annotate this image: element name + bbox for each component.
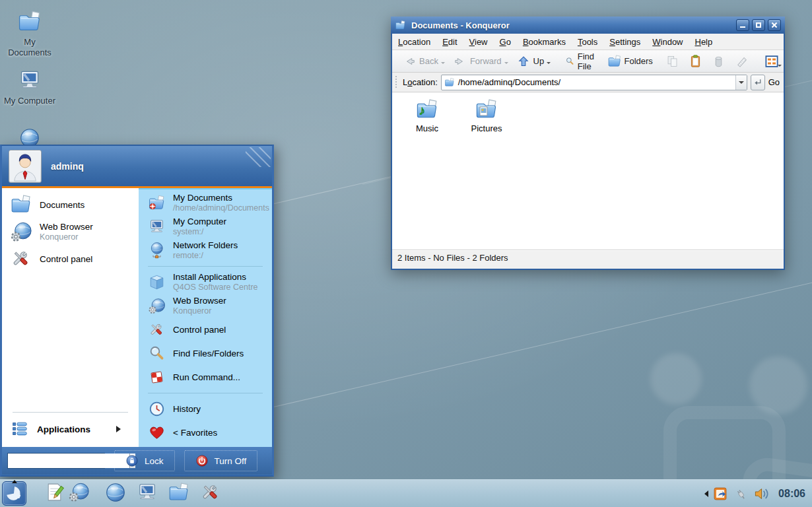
main-toolbar: Back Forward Up Find File Folders — [392, 50, 784, 73]
launcher-browser-settings[interactable] — [68, 481, 90, 506]
menubar: Location Edit View Go Bookmarks Tools Se… — [392, 34, 784, 50]
back-button[interactable]: Back — [399, 52, 448, 71]
menu-item-control-panel-right[interactable]: Control panel — [139, 318, 272, 341]
tray-expander-icon[interactable] — [701, 490, 708, 497]
menu-edit[interactable]: Edit — [436, 34, 463, 50]
search-combobox[interactable] — [7, 453, 105, 469]
menu-location[interactable]: Location — [392, 34, 436, 50]
status-text: 2 Items - No Files - 2 Folders — [397, 253, 508, 263]
globe-gear-icon — [68, 481, 90, 503]
lock-button[interactable]: Lock — [114, 450, 175, 471]
power-icon — [195, 454, 209, 467]
find-file-button[interactable]: Find File — [562, 50, 602, 73]
menu-item-web-browser[interactable]: Web Browser Konqueror — [2, 217, 139, 246]
go-label[interactable]: Go — [768, 77, 780, 87]
menu-item-install-applications[interactable]: Install Applications Q4OS Software Centr… — [139, 270, 272, 294]
file-item-pictures[interactable]: Pictures — [457, 98, 516, 133]
menu-go[interactable]: Go — [494, 34, 517, 50]
statusbar: 2 Items - No Files - 2 Folders — [392, 250, 784, 265]
launcher-control-panel[interactable] — [199, 481, 222, 506]
launcher-file-manager[interactable] — [168, 481, 190, 506]
menu-settings[interactable]: Settings — [603, 34, 646, 50]
paste-button[interactable] — [685, 51, 706, 71]
taskbar-clock[interactable]: 08:06 — [774, 488, 808, 500]
forward-dropdown-icon — [504, 62, 508, 66]
start-menu-footer: Lock Turn Off — [2, 447, 272, 475]
menu-item-applications[interactable]: Applications — [2, 417, 139, 442]
start-button-triangle-icon — [12, 477, 17, 483]
search-input[interactable] — [8, 454, 129, 468]
back-dropdown-icon — [441, 62, 445, 66]
folders-button[interactable]: Folders — [604, 52, 656, 71]
turn-off-button[interactable]: Turn Off — [184, 450, 258, 471]
location-combobox[interactable]: /home/adminq/Documents/ — [441, 75, 747, 90]
system-tray: 08:06 — [701, 485, 812, 503]
go-enter-button[interactable] — [751, 75, 765, 90]
close-button[interactable] — [768, 19, 781, 31]
delete-button[interactable] — [708, 51, 729, 71]
maximize-button[interactable] — [752, 19, 765, 31]
separator — [13, 412, 128, 413]
up-dropdown-icon — [547, 62, 551, 66]
menu-item-my-computer[interactable]: My Computer system:/ — [139, 215, 272, 238]
file-item-music[interactable]: ♪ Music — [397, 98, 457, 133]
minimize-button[interactable] — [736, 19, 749, 31]
view-mode-button[interactable] — [761, 51, 785, 71]
menu-item-find-files[interactable]: Find Files/Folders — [139, 341, 272, 365]
globe-gear-icon — [148, 297, 166, 315]
start-logo-icon — [3, 482, 26, 505]
desktop-icon-my-computer[interactable]: My Computer — [1, 68, 58, 106]
separator — [148, 393, 263, 393]
copy-button[interactable] — [661, 51, 683, 71]
text-editor-icon — [44, 481, 65, 503]
heart-icon — [148, 424, 166, 442]
location-label: Location: — [403, 77, 438, 87]
window-folder-icon — [395, 20, 406, 31]
menu-item-network-folders[interactable]: Network Folders remote:/ — [139, 238, 272, 262]
start-menu-left-column: Documents Web Browser Konqueror Control … — [2, 188, 139, 447]
menu-item-web-browser-right[interactable]: Web Browser Konqueror — [139, 294, 272, 318]
up-button[interactable]: Up — [513, 52, 555, 71]
menu-tools[interactable]: Tools — [572, 34, 603, 50]
tools-icon — [10, 248, 32, 270]
folder-view[interactable]: ♪ Music Pictures — [392, 92, 784, 250]
view-mode-dropdown-icon — [778, 65, 782, 69]
menu-item-history[interactable]: History — [139, 397, 272, 421]
globe-gear-icon — [10, 220, 32, 243]
toolbar-handle[interactable] — [395, 75, 398, 89]
menu-item-documents[interactable]: Documents — [2, 192, 139, 217]
start-menu-button[interactable] — [2, 481, 26, 506]
header-decoration — [246, 147, 271, 167]
menu-item-control-panel[interactable]: Control panel — [2, 246, 139, 271]
avatar[interactable] — [9, 150, 42, 183]
menu-view[interactable]: View — [463, 34, 494, 50]
copy-icon — [665, 53, 680, 69]
location-value[interactable]: /home/adminq/Documents/ — [458, 77, 732, 87]
tray-session-icon[interactable] — [712, 485, 729, 502]
location-dropdown-button[interactable] — [735, 75, 747, 90]
menu-item-run-command[interactable]: Run Command... — [139, 365, 272, 389]
menu-item-my-documents[interactable]: My Documents /home/adminq/Documents — [139, 191, 272, 215]
start-menu-header: adminq — [2, 146, 272, 188]
start-menu: adminq Documents Web Browser Konqueror — [0, 145, 274, 477]
globe-icon — [104, 481, 127, 504]
menu-help[interactable]: Help — [689, 34, 719, 50]
desktop: My Documents My Computer Documents - Kon… — [0, 0, 812, 507]
launcher-my-computer[interactable] — [136, 481, 158, 506]
menu-item-favorites[interactable]: < Favorites — [139, 421, 272, 444]
print-button[interactable] — [731, 51, 753, 71]
launcher-text-editor[interactable] — [44, 481, 65, 506]
menu-bookmarks[interactable]: Bookmarks — [517, 34, 572, 50]
tray-device-icon[interactable] — [732, 485, 749, 502]
taskbar: 08:06 — [0, 479, 812, 507]
desktop-icon-my-documents[interactable]: My Documents — [1, 9, 58, 58]
computer-icon — [17, 68, 42, 93]
launcher-web-browser[interactable] — [104, 481, 127, 506]
file-item-label: Pictures — [457, 123, 516, 133]
pictures-folder-icon — [475, 98, 498, 121]
menu-window[interactable]: Window — [646, 34, 689, 50]
window-titlebar[interactable]: Documents - Konqueror — [391, 17, 785, 34]
tray-volume-icon[interactable] — [753, 485, 771, 503]
forward-icon — [453, 54, 467, 69]
forward-button[interactable]: Forward — [450, 52, 512, 71]
